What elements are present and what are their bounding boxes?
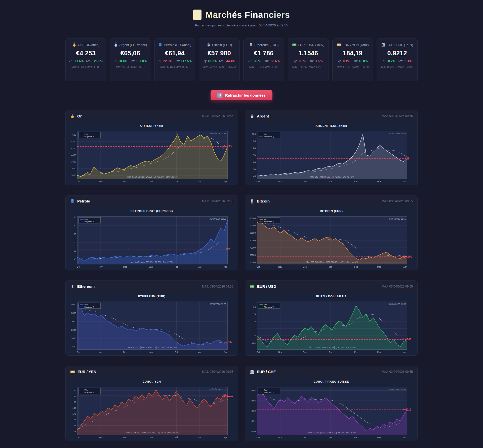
panel-euryen: EUR / YEN MAJ: 03/04/2026 09:55 17217417… bbox=[65, 366, 238, 441]
svg-text:03/04/2026 11:55: 03/04/2026 11:55 bbox=[389, 132, 406, 135]
svg-text:Prix: Prix bbox=[264, 389, 267, 391]
svg-text:Min: €40 | Max: €100 | 7j: +8.: Min: €40 | Max: €100 | 7j: +8.4% | 6m: +… bbox=[310, 176, 354, 178]
chart-figure: 5000060000700008000090000100000110000Oct… bbox=[245, 207, 417, 270]
svg-text:EURO / YEN: EURO / YEN bbox=[142, 380, 161, 383]
svg-text:0.92: 0.92 bbox=[252, 410, 256, 412]
panel-maj-label: MAJ: 03/04/2026 09:55 bbox=[382, 285, 413, 288]
card-changes: 7j: +0.7%6m: -1.4% bbox=[379, 59, 415, 63]
svg-text:Feb: Feb bbox=[354, 436, 358, 439]
svg-text:Dec: Dec bbox=[123, 436, 127, 439]
svg-text:Prix: Prix bbox=[85, 218, 88, 220]
svg-text:Min: €53,243 | Max: €106,538 |: Min: €53,243 | Max: €106,538 | 7j: +0.7%… bbox=[306, 261, 358, 263]
svg-text:ETHEREUM (EUR): ETHEREUM (EUR) bbox=[138, 295, 165, 298]
svg-text:Dec: Dec bbox=[123, 266, 127, 268]
summary-cards-row: Or (EUR/once) €4 253 7j: +11.6%6m: +26.5… bbox=[65, 38, 418, 81]
svg-text:Oct: Oct bbox=[257, 266, 260, 268]
svg-text:Moyenne 7j: Moyenne 7j bbox=[85, 221, 94, 223]
svg-text:180: 180 bbox=[72, 407, 76, 409]
panel-header: B Bitcoin MAJ: 03/04/2026 09:55 bbox=[245, 195, 417, 207]
panel-header: EUR / YEN MAJ: 03/04/2026 09:55 bbox=[66, 366, 238, 378]
panel-title: Ethereum bbox=[77, 284, 95, 289]
svg-text:Oct: Oct bbox=[257, 436, 260, 439]
svg-text:03/04/2026 11:55: 03/04/2026 11:55 bbox=[389, 388, 406, 390]
svg-text:40: 40 bbox=[253, 175, 256, 177]
svg-text:100: 100 bbox=[72, 216, 76, 219]
panel-maj-label: MAJ: 03/04/2026 09:55 bbox=[202, 114, 233, 118]
panel-title: Pétrole bbox=[77, 199, 90, 203]
card-minmax: Min: 53 243 | Max: 106 538 bbox=[201, 65, 237, 69]
card-title: EUR / CHF (Taux) bbox=[379, 43, 415, 47]
silver-medal-icon bbox=[250, 114, 254, 118]
svg-text:Dec: Dec bbox=[303, 436, 307, 439]
panel-maj-label: MAJ: 03/04/2026 09:55 bbox=[202, 199, 233, 203]
panel-maj-label: MAJ: 03/04/2026 09:55 bbox=[382, 199, 413, 203]
svg-text:OR (EUR/once): OR (EUR/once) bbox=[140, 124, 163, 127]
svg-text:60: 60 bbox=[74, 250, 76, 252]
svg-text:1.17: 1.17 bbox=[252, 327, 256, 330]
svg-text:03/04/2026 11:55: 03/04/2026 11:55 bbox=[389, 303, 406, 305]
svg-text:100000: 100000 bbox=[249, 224, 256, 227]
svg-text:0.93: 0.93 bbox=[252, 399, 256, 402]
svg-text:Jan: Jan bbox=[329, 266, 332, 268]
svg-text:Nov: Nov bbox=[99, 351, 103, 353]
svg-text:Dec: Dec bbox=[303, 351, 307, 353]
svg-text:Prix: Prix bbox=[264, 303, 267, 306]
svg-text:Moyenne 7j: Moyenne 7j bbox=[264, 391, 274, 393]
svg-text:Jan: Jan bbox=[329, 436, 332, 439]
svg-text:Oct: Oct bbox=[77, 180, 80, 183]
svg-text:BITCOIN (EUR): BITCOIN (EUR) bbox=[320, 209, 343, 213]
svg-text:EURO / FRANC SUISSE: EURO / FRANC SUISSE bbox=[313, 380, 349, 383]
svg-text:B: B bbox=[251, 199, 253, 203]
svg-text:Nov: Nov bbox=[278, 436, 282, 439]
svg-text:Jan: Jan bbox=[329, 180, 332, 183]
summary-card-ethereum: ΞEthereum (EUR) €1 786 7j: +3.5%6m: -53.… bbox=[243, 38, 284, 81]
euryen-rate-chart: 172174176178180182184186OctNovDecJanFebM… bbox=[68, 379, 236, 440]
card-title: EUR / YEN (Taux) bbox=[335, 43, 371, 47]
svg-text:Apr: Apr bbox=[224, 180, 227, 183]
svg-text:Min: €48 | Max: €97 | 7j: -22.: Min: €48 | Max: €97 | 7j: -22.6% | 6m: +… bbox=[131, 261, 174, 263]
svg-text:Prix: Prix bbox=[85, 303, 88, 306]
gold-medal-icon bbox=[70, 114, 75, 118]
svg-text:Nov: Nov bbox=[99, 436, 103, 439]
svg-text:Nov: Nov bbox=[99, 180, 103, 183]
chart-figure: 150020002500300035004000OctNovDecJanFebM… bbox=[66, 292, 238, 355]
svg-text:Oct: Oct bbox=[257, 351, 260, 353]
panel-title: EUR / YEN bbox=[77, 370, 96, 374]
svg-text:Moyenne 7j: Moyenne 7j bbox=[85, 306, 94, 308]
charts-grid: Or MAJ: 03/04/2026 09:55 340036003800400… bbox=[65, 110, 418, 447]
silver-medal-icon bbox=[114, 43, 118, 47]
svg-text:176: 176 bbox=[72, 418, 76, 421]
svg-text:Nov: Nov bbox=[278, 351, 282, 353]
svg-text:Min: 0.9001 | Max: 0.9390 | 7j: Min: 0.9001 | Max: 0.9390 | 7j: +0.7% | … bbox=[308, 431, 356, 434]
svg-text:3000: 3000 bbox=[71, 320, 76, 323]
summary-card-euryen: EUR / YEN (Taux) 184,19 7j: -0.1%6m: +6.… bbox=[332, 38, 373, 81]
svg-text:80: 80 bbox=[74, 233, 76, 235]
dollar-banknote-icon bbox=[292, 43, 297, 47]
svg-text:Oct: Oct bbox=[257, 180, 260, 183]
svg-text:4200: 4200 bbox=[71, 147, 76, 150]
bitcoin-icon: B bbox=[207, 43, 211, 47]
svg-text:Prix: Prix bbox=[264, 218, 267, 220]
last-update-subtitle: Prix en temps réel • Dernière mise à jou… bbox=[65, 23, 418, 27]
svg-text:Apr: Apr bbox=[403, 266, 407, 268]
card-minmax: Min: 47,87 | Max: 96,60 bbox=[157, 65, 193, 69]
bank-icon bbox=[381, 43, 385, 47]
svg-text:100: 100 bbox=[252, 133, 256, 135]
svg-text:182: 182 bbox=[72, 401, 76, 403]
svg-text:Feb: Feb bbox=[354, 266, 358, 268]
svg-text:172: 172 bbox=[72, 430, 76, 432]
svg-text:Apr: Apr bbox=[224, 351, 227, 353]
svg-text:3800: 3800 bbox=[71, 160, 76, 163]
panel-maj-label: MAJ: 03/04/2026 09:55 bbox=[382, 370, 413, 374]
summary-card-eurchf: EUR / CHF (Taux) 0,9212 7j: +0.7%6m: -1.… bbox=[377, 38, 418, 81]
card-value: €65,06 bbox=[112, 50, 148, 57]
svg-text:0.91: 0.91 bbox=[252, 420, 256, 422]
svg-text:50000: 50000 bbox=[250, 261, 256, 264]
bitcoin-icon: B bbox=[250, 199, 254, 203]
card-minmax: Min: 1 547 | Max: 4 003 bbox=[246, 65, 282, 69]
panel-petrole: Pétrole MAJ: 03/04/2026 09:55 5060708090… bbox=[65, 195, 238, 270]
svg-text:Dec: Dec bbox=[123, 351, 127, 353]
card-value: 1,1546 bbox=[290, 50, 326, 57]
svg-text:Oct: Oct bbox=[77, 266, 80, 268]
refresh-data-button[interactable]: ⇄ Rafraîchir les données bbox=[211, 90, 272, 100]
